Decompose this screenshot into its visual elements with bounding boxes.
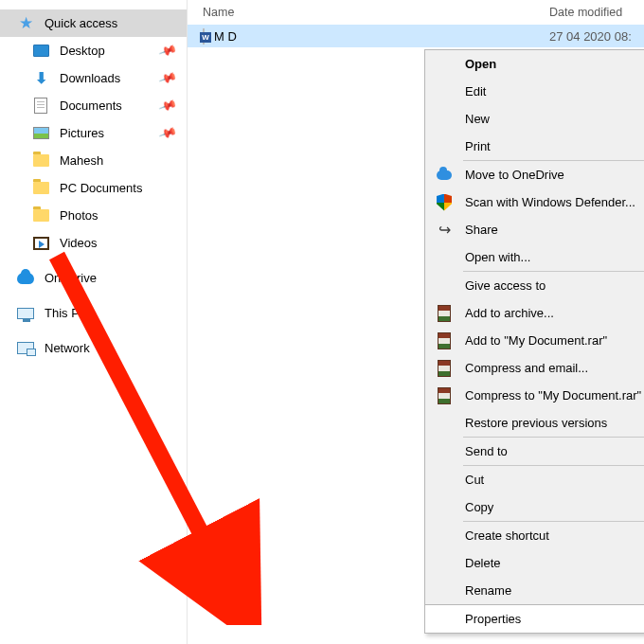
onedrive-icon [435,166,454,185]
blank-icon [435,610,454,629]
ctx-label: Share [465,223,498,237]
nav-videos[interactable]: Videos [0,229,187,257]
ctx-add-archive[interactable]: Add to archive... [425,299,644,327]
nav-quick-access[interactable]: ★ Quick access [0,9,187,37]
nav-this-pc[interactable]: This PC [0,299,187,327]
nav-label: Mahesh [60,153,103,168]
ctx-share[interactable]: ↪ Share [425,216,644,243]
blank-icon [435,581,454,600]
column-date[interactable]: Date modified [549,6,644,19]
ctx-label: Add to archive... [465,306,554,320]
nav-network[interactable]: Network [0,334,187,362]
ctx-add-rar[interactable]: Add to "My Document.rar" [425,327,644,354]
nav-pc-documents[interactable]: PC Documents [0,174,187,202]
nav-photos[interactable]: Photos [0,202,187,229]
ctx-label: Rename [465,583,511,598]
nav-label: Pictures [60,126,104,140]
context-menu: Open Edit New Print Move to OneDrive S [424,49,644,634]
pictures-icon [32,125,49,142]
blank-icon [435,82,454,101]
ctx-new[interactable]: New [425,105,644,133]
nav-onedrive[interactable]: OneDrive [0,264,187,292]
blank-icon [435,527,454,546]
star-icon: ★ [17,15,34,32]
pin-icon: 📌 [158,123,178,142]
ctx-label: Move to OneDrive [465,168,564,182]
winrar-icon [435,359,454,378]
nav-label: Videos [60,236,98,250]
folder-icon [32,207,49,224]
ctx-copy[interactable]: Copy [425,493,644,521]
ctx-label: Send to [465,444,508,458]
ctx-label: Properties [465,612,521,626]
desktop-icon [32,43,49,60]
file-date: 27 04 2020 08: [549,29,644,44]
ctx-label: Delete [465,556,501,570]
ctx-label: Open with... [465,250,530,264]
ctx-label: Create shortcut [465,528,549,543]
winrar-icon [435,386,454,405]
ctx-label: Give access to [465,278,546,293]
ctx-open[interactable]: Open [425,50,644,78]
nav-label: This PC [45,306,88,320]
nav-downloads[interactable]: ⬇ Downloads 📌 [0,64,187,92]
winrar-icon [435,331,454,350]
blank-icon [435,471,454,490]
ctx-send-to[interactable]: Send to 〉 [425,438,644,465]
ctx-compress-rar-email[interactable]: Compress to "My Document.rar" and email [425,382,644,409]
network-icon [17,340,34,357]
pc-icon [17,305,34,322]
ctx-open-with[interactable]: Open with... [425,243,644,271]
onedrive-icon [17,270,34,287]
ctx-rename[interactable]: Rename [425,577,644,604]
blank-icon [435,414,454,433]
download-icon: ⬇ [32,70,49,87]
nav-label: Network [45,341,90,355]
ctx-scan-defender[interactable]: Scan with Windows Defender... [425,188,644,216]
column-headers[interactable]: Name Date modified [188,0,644,25]
file-row[interactable]: M D 27 04 2020 08: [188,25,644,47]
folder-icon [32,152,49,170]
nav-label: PC Documents [60,181,142,195]
winrar-icon [435,304,454,323]
blank-icon [435,498,454,517]
ctx-label: Print [465,139,491,153]
ctx-label: Edit [465,84,486,98]
share-icon: ↪ [435,221,454,240]
ctx-label: New [465,112,490,126]
navigation-pane: ★ Quick access Desktop 📌 ⬇ Downloads 📌 D… [0,0,188,644]
blank-icon [435,554,454,573]
ctx-print[interactable]: Print [425,133,644,160]
ctx-restore[interactable]: Restore previous versions [425,409,644,437]
blank-icon [435,137,454,156]
defender-shield-icon [435,193,454,212]
file-name: M D [214,29,540,44]
ctx-label: Open [465,57,496,71]
pin-icon: 📌 [158,41,178,60]
ctx-create-shortcut[interactable]: Create shortcut [425,522,644,549]
blank-icon [435,110,454,129]
ctx-give-access[interactable]: Give access to 〉 [425,272,644,299]
ctx-label: Copy [465,500,493,514]
nav-documents[interactable]: Documents 📌 [0,92,187,119]
ctx-cut[interactable]: Cut [425,466,644,493]
nav-label: Photos [60,208,98,223]
nav-desktop[interactable]: Desktop 📌 [0,37,187,64]
ctx-properties[interactable]: Properties [425,605,644,633]
ctx-compress-email[interactable]: Compress and email... [425,354,644,382]
ctx-label: Compress to "My Document.rar" and email [465,388,644,402]
nav-label: Quick access [45,16,117,30]
file-list-pane: Name Date modified M D 27 04 2020 08: Op… [188,0,644,644]
nav-pictures[interactable]: Pictures 📌 [0,119,187,147]
nav-label: Documents [60,98,122,113]
pin-icon: 📌 [158,96,178,115]
blank-icon [435,277,454,295]
nav-label: OneDrive [45,271,97,285]
column-name[interactable]: Name [203,6,549,19]
ctx-delete[interactable]: Delete [425,549,644,577]
nav-mahesh[interactable]: Mahesh [0,147,187,174]
ctx-edit[interactable]: Edit [425,78,644,105]
ctx-label: Add to "My Document.rar" [465,333,607,348]
ctx-move-onedrive[interactable]: Move to OneDrive [425,161,644,188]
ctx-label: Restore previous versions [465,416,607,430]
